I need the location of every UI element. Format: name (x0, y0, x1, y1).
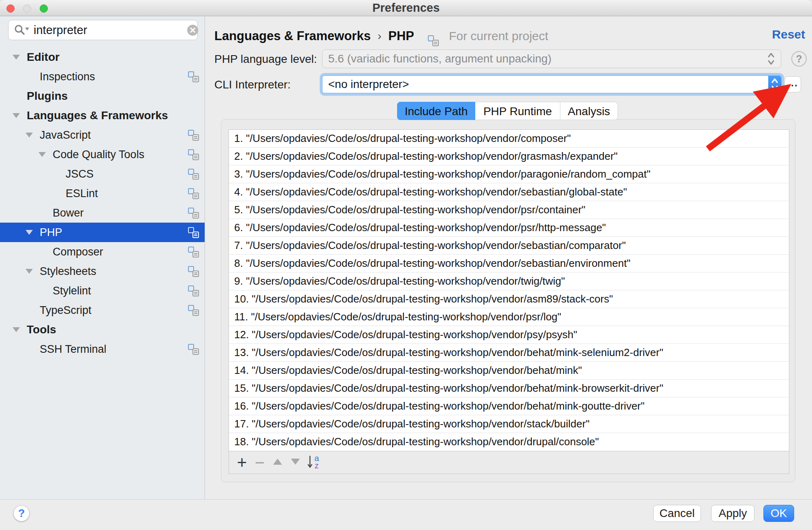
project-settings-icon (188, 71, 199, 82)
reset-link[interactable]: Reset (772, 28, 805, 41)
sidebar-item-label: SSH Terminal (40, 343, 107, 356)
expand-arrow-icon[interactable] (26, 269, 33, 274)
include-path-row[interactable]: 13. "/Users/opdavies/Code/os/drupal-test… (229, 344, 789, 362)
add-path-button[interactable]: + (233, 453, 251, 473)
sidebar-item-label: Bower (53, 207, 84, 219)
sidebar-item-ssh-terminal[interactable]: SSH Terminal (0, 339, 205, 359)
include-path-row[interactable]: 11. "/Users/opdavies/Code/os/drupal-test… (229, 308, 789, 326)
sidebar-item-inspections[interactable]: Inspections (0, 67, 205, 86)
sidebar-item-label: Editor (27, 51, 60, 64)
include-path-row[interactable]: 12. "/Users/opdavies/Code/os/drupal-test… (229, 326, 789, 344)
settings-main-pane: Languages & Frameworks › PHP For current… (205, 16, 812, 499)
language-level-help-icon[interactable]: ? (791, 51, 807, 67)
sidebar-item-label: Code Quality Tools (53, 148, 144, 161)
include-path-row[interactable]: 17. "/Users/opdavies/Code/os/drupal-test… (229, 415, 789, 433)
include-path-row[interactable]: 9. "/Users/opdavies/Code/os/drupal-testi… (229, 273, 789, 290)
tab-analysis[interactable]: Analysis (560, 102, 618, 120)
preferences-window: Preferences ✕ EditorInspectionsPluginsLa… (0, 0, 812, 530)
sidebar-item-javascript[interactable]: JavaScript (0, 125, 205, 145)
expand-arrow-icon[interactable] (26, 230, 33, 235)
sidebar-item-label: Stylelint (53, 285, 91, 297)
tab-include-path[interactable]: Include Path (397, 102, 475, 120)
language-level-select[interactable]: 5.6 (variadic functions, argument unpack… (322, 49, 781, 68)
project-settings-icon (188, 208, 199, 219)
expand-arrow-icon[interactable] (38, 152, 46, 157)
current-project-icon (428, 35, 439, 46)
sidebar-item-bower[interactable]: Bower (0, 203, 205, 223)
include-path-row[interactable]: 8. "/Users/opdavies/Code/os/drupal-testi… (229, 255, 789, 273)
include-path-list: 1. "/Users/opdavies/Code/os/drupal-testi… (229, 130, 789, 451)
cli-interpreter-focus-ring: <no interpreter> (320, 73, 784, 96)
sidebar-item-label: PHP (40, 226, 62, 239)
expand-arrow-icon[interactable] (13, 55, 20, 60)
browse-interpreters-button[interactable]: ... (784, 76, 801, 92)
sidebar-item-label: JavaScript (40, 129, 91, 142)
search-icon (13, 24, 30, 36)
sidebar-item-stylelint[interactable]: Stylelint (0, 281, 205, 300)
ok-button[interactable]: OK (763, 505, 794, 522)
sidebar-item-languages-frameworks[interactable]: Languages & Frameworks (0, 106, 205, 125)
language-level-value: 5.6 (variadic functions, argument unpack… (328, 52, 767, 65)
project-settings-icon (188, 285, 199, 296)
sidebar-item-label: Languages & Frameworks (27, 109, 168, 122)
include-path-row[interactable]: 2. "/Users/opdavies/Code/os/drupal-testi… (229, 148, 789, 165)
project-settings-icon (188, 188, 199, 199)
language-level-label: PHP language level: (214, 53, 317, 66)
project-settings-icon (188, 227, 199, 238)
title-bar: Preferences (0, 0, 812, 16)
include-path-row[interactable]: 15. "/Users/opdavies/Code/os/drupal-test… (229, 380, 789, 397)
cancel-button[interactable]: Cancel (653, 505, 701, 522)
breadcrumb-section[interactable]: Languages & Frameworks (214, 29, 371, 43)
settings-tree: EditorInspectionsPluginsLanguages & Fram… (0, 47, 205, 359)
sidebar-item-eslint[interactable]: ESLint (0, 184, 205, 203)
select-stepper-icon[interactable] (768, 76, 781, 93)
move-down-button[interactable] (286, 459, 304, 466)
sidebar-item-label: Plugins (27, 90, 68, 103)
sidebar-item-label: JSCS (66, 168, 94, 180)
include-path-row[interactable]: 1. "/Users/opdavies/Code/os/drupal-testi… (229, 130, 789, 148)
settings-sidebar: ✕ EditorInspectionsPluginsLanguages & Fr… (0, 16, 205, 499)
sidebar-item-label: Tools (27, 323, 56, 336)
sort-alphabetically-button[interactable]: az (304, 454, 322, 471)
cli-interpreter-select[interactable]: <no interpreter> (322, 75, 782, 93)
expand-arrow-icon[interactable] (13, 327, 20, 332)
expand-arrow-icon[interactable] (26, 133, 33, 137)
tab-php-runtime[interactable]: PHP Runtime (475, 102, 560, 120)
apply-button[interactable]: Apply (711, 505, 754, 522)
project-settings-icon (188, 344, 199, 355)
include-path-row[interactable]: 16. "/Users/opdavies/Code/os/drupal-test… (229, 397, 789, 415)
clear-search-icon[interactable]: ✕ (187, 25, 198, 36)
project-settings-icon (188, 149, 199, 160)
sidebar-item-stylesheets[interactable]: Stylesheets (0, 262, 205, 281)
breadcrumb-page[interactable]: PHP (388, 29, 414, 43)
move-up-button[interactable] (269, 459, 286, 466)
scope-label: For current project (449, 29, 548, 43)
help-button[interactable]: ? (13, 505, 30, 521)
sidebar-item-typescript[interactable]: TypeScript (0, 300, 205, 320)
settings-search-box[interactable]: ✕ (8, 20, 198, 40)
sidebar-item-code-quality-tools[interactable]: Code Quality Tools (0, 145, 205, 164)
include-path-row[interactable]: 14. "/Users/opdavies/Code/os/drupal-test… (229, 362, 789, 380)
sidebar-item-php[interactable]: PHP (0, 223, 205, 242)
sidebar-item-plugins[interactable]: Plugins (0, 86, 205, 106)
sidebar-item-tools[interactable]: Tools (0, 320, 205, 339)
include-path-row[interactable]: 3. "/Users/opdavies/Code/os/drupal-testi… (229, 165, 789, 183)
include-path-row[interactable]: 5. "/Users/opdavies/Code/os/drupal-testi… (229, 201, 789, 219)
sidebar-item-label: Stylesheets (40, 265, 96, 278)
include-path-row[interactable]: 7. "/Users/opdavies/Code/os/drupal-testi… (229, 237, 789, 255)
sidebar-item-label: TypeScript (40, 304, 92, 317)
sidebar-item-jscs[interactable]: JSCS (0, 164, 205, 184)
include-path-row[interactable]: 4. "/Users/opdavies/Code/os/drupal-testi… (229, 183, 789, 201)
expand-arrow-icon[interactable] (13, 113, 20, 118)
project-settings-icon (188, 305, 199, 316)
include-path-row[interactable]: 18. "/Users/opdavies/Code/os/drupal-test… (229, 433, 789, 451)
remove-path-button[interactable]: − (251, 453, 269, 473)
include-path-row[interactable]: 6. "/Users/opdavies/Code/os/drupal-testi… (229, 219, 789, 237)
project-settings-icon (188, 247, 199, 257)
include-path-row[interactable]: 10. "/Users/opdavies/Code/os/drupal-test… (229, 290, 789, 308)
search-input[interactable] (33, 23, 187, 37)
dialog-footer: ? Cancel Apply OK (0, 499, 812, 530)
sort-az-icon: az (308, 454, 319, 470)
sidebar-item-editor[interactable]: Editor (0, 47, 205, 67)
sidebar-item-composer[interactable]: Composer (0, 242, 205, 262)
